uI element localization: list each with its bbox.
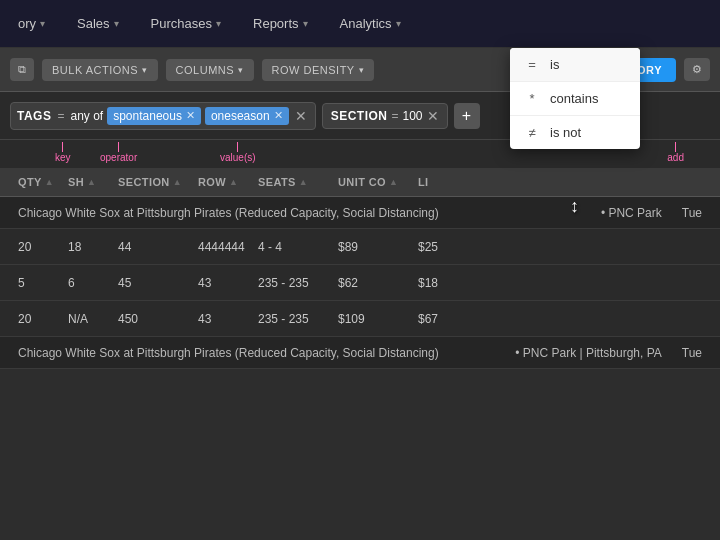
tag-oneseason: oneseason ✕	[205, 107, 289, 125]
row-sort-icon: ▲	[229, 177, 238, 187]
col-header-qty[interactable]: QTY ▲	[8, 168, 58, 196]
is-symbol: =	[524, 57, 540, 72]
remove-section-filter[interactable]: ✕	[427, 108, 439, 124]
tags-filter-key: TAGS	[17, 109, 51, 123]
table-row[interactable]: 20 18 44 4444444 4 - 4 $89 $25	[0, 229, 720, 265]
contains-symbol: *	[524, 91, 540, 106]
cell-sh-3: N/A	[58, 306, 108, 332]
cell-seats-1: 4 - 4	[248, 234, 328, 260]
cell-qty-3: 20	[8, 306, 58, 332]
table-row[interactable]: 5 6 45 43 235 - 235 $62 $18	[0, 265, 720, 301]
sales-chevron-icon: ▾	[114, 18, 119, 29]
cell-seats-2: 235 - 235	[248, 270, 328, 296]
bulk-actions-chevron-icon: ▾	[142, 65, 148, 75]
table-row[interactable]: 20 N/A 450 43 235 - 235 $109 $67	[0, 301, 720, 337]
is-not-label: is not	[550, 125, 581, 140]
values-annotation: value(s)	[220, 142, 256, 163]
cell-seats-3: 235 - 235	[248, 306, 328, 332]
date-1: Tue	[672, 200, 712, 226]
qty-sort-icon: ▲	[45, 177, 54, 187]
add-filter-button[interactable]: +	[454, 103, 480, 129]
filter-icon-btn[interactable]: ⧉	[10, 58, 34, 81]
bulk-actions-button[interactable]: BULK ACTIONS ▾	[42, 59, 158, 81]
section-sort-icon: ▲	[173, 177, 182, 187]
col-header-seats[interactable]: SEATS ▲	[248, 168, 328, 196]
table-header: QTY ▲ SH ▲ SECTION ▲ ROW ▲ SEATS ▲ UNIT …	[0, 168, 720, 197]
seats-sort-icon: ▲	[299, 177, 308, 187]
tags-filter-eq: =	[55, 109, 66, 123]
operator-dropdown: = is * contains ≠ is not	[510, 48, 640, 149]
nav-inventory[interactable]: ory ▾	[12, 12, 51, 35]
cell-section-3: 450	[108, 306, 188, 332]
columns-button[interactable]: COLUMNS ▾	[166, 59, 254, 81]
cell-qty-2: 5	[8, 270, 58, 296]
cell-section-1: 44	[108, 234, 188, 260]
cell-row-2: 43	[188, 270, 248, 296]
nav-reports[interactable]: Reports ▾	[247, 12, 314, 35]
cell-row-1: 4444444	[188, 234, 248, 260]
date-2: Tue	[672, 340, 712, 366]
contains-label: contains	[550, 91, 598, 106]
table-body: Chicago White Sox at Pittsburgh Pirates …	[0, 197, 720, 369]
inventory-chevron-icon: ▾	[40, 18, 45, 29]
col-header-row[interactable]: ROW ▲	[188, 168, 248, 196]
section-filter-group: SECTION = 100 ✕	[322, 103, 448, 129]
section-filter-eq: =	[391, 109, 398, 123]
cell-unit-1: $89	[328, 234, 408, 260]
cell-qty-1: 20	[8, 234, 58, 260]
row-density-chevron-icon: ▾	[359, 65, 365, 75]
col-header-li[interactable]: LI	[408, 168, 468, 196]
cell-row-3: 43	[188, 306, 248, 332]
section-filter-key: SECTION	[331, 109, 388, 123]
event-name-1: Chicago White Sox at Pittsburgh Pirates …	[8, 200, 591, 226]
cell-section-2: 45	[108, 270, 188, 296]
cell-unit-2: $62	[328, 270, 408, 296]
col-header-section[interactable]: SECTION ▲	[108, 168, 188, 196]
cell-unit-3: $109	[328, 306, 408, 332]
tag-spontaneous: spontaneous ✕	[107, 107, 201, 125]
operator-is[interactable]: = is	[510, 48, 640, 82]
col-header-unit[interactable]: UNIT CO ▲	[328, 168, 408, 196]
venue-2: • PNC Park | Pittsburgh, PA	[505, 340, 671, 366]
venue-1: • PNC Park	[591, 200, 672, 226]
columns-chevron-icon: ▾	[238, 65, 244, 75]
cell-sh-1: 18	[58, 234, 108, 260]
nav-analytics[interactable]: Analytics ▾	[334, 12, 407, 35]
section-filter-value: 100	[402, 109, 422, 123]
key-annotation: key	[55, 142, 71, 163]
nav-sales[interactable]: Sales ▾	[71, 12, 125, 35]
is-not-symbol: ≠	[524, 125, 540, 140]
sh-sort-icon: ▲	[87, 177, 96, 187]
remove-tags-filter[interactable]: ✕	[293, 108, 309, 124]
cell-sh-2: 6	[58, 270, 108, 296]
event-row-1: Chicago White Sox at Pittsburgh Pirates …	[0, 197, 720, 229]
purchases-chevron-icon: ▾	[216, 18, 221, 29]
cell-li-1: $25	[408, 234, 468, 260]
top-nav: ory ▾ Sales ▾ Purchases ▾ Reports ▾ Anal…	[0, 0, 720, 48]
event-row-2: Chicago White Sox at Pittsburgh Pirates …	[0, 337, 720, 369]
operator-annotation: operator	[100, 142, 137, 163]
operator-contains[interactable]: * contains	[510, 82, 640, 116]
remove-tag-oneseason[interactable]: ✕	[274, 109, 283, 122]
operator-is-not[interactable]: ≠ is not	[510, 116, 640, 149]
col-header-sh[interactable]: SH ▲	[58, 168, 108, 196]
nav-purchases[interactable]: Purchases ▾	[145, 12, 227, 35]
is-label: is	[550, 57, 559, 72]
tags-filter-group: TAGS = any of spontaneous ✕ oneseason ✕ …	[10, 102, 316, 130]
analytics-chevron-icon: ▾	[396, 18, 401, 29]
reports-chevron-icon: ▾	[303, 18, 308, 29]
settings-icon-btn[interactable]: ⚙	[684, 58, 710, 81]
tags-filter-anyof[interactable]: any of	[70, 109, 103, 123]
row-density-button[interactable]: ROW DENSITY ▾	[262, 59, 375, 81]
cell-li-3: $67	[408, 306, 468, 332]
unit-sort-icon: ▲	[389, 177, 398, 187]
add-annotation: add	[667, 142, 684, 163]
event-name-2: Chicago White Sox at Pittsburgh Pirates …	[8, 340, 505, 366]
remove-tag-spontaneous[interactable]: ✕	[186, 109, 195, 122]
cell-li-2: $18	[408, 270, 468, 296]
